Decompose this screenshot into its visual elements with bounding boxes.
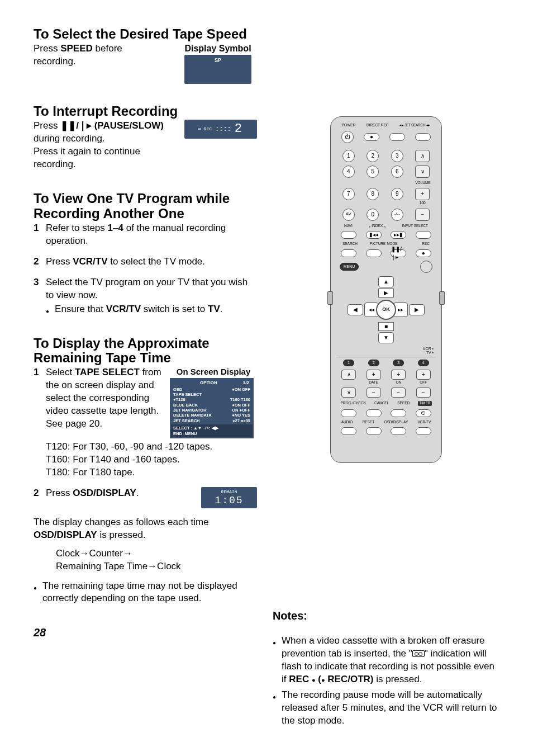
step-body: Select the TV program on your TV that yo… <box>46 276 257 316</box>
pause-slow-button[interactable]: ❚❚/❘▸ <box>391 249 406 257</box>
t: Refer to steps <box>46 223 108 233</box>
t: OSD/DISPLAY <box>34 530 97 540</box>
rec-dot-icon <box>312 674 316 684</box>
num-5[interactable]: 5 <box>367 166 379 178</box>
index-rev-button[interactable]: ▮◂◂ <box>366 231 382 239</box>
index-fwd-button[interactable]: ▸▸▮ <box>391 231 406 239</box>
t: The remaining tape time may not be displ… <box>42 580 257 606</box>
remote-label: DATE <box>367 381 381 385</box>
up-button[interactable]: ▲ <box>378 276 394 287</box>
remote-label: INPUT SELECT <box>402 224 428 228</box>
t: TV <box>208 304 220 314</box>
t: DELETE NAVIDATA <box>173 413 212 418</box>
t: . <box>136 488 139 498</box>
cancel-button[interactable] <box>366 409 382 417</box>
t: x27 ●x35 <box>232 418 250 423</box>
navi-button[interactable] <box>341 231 356 239</box>
t: Remaining Tape Time→Clock <box>56 560 257 573</box>
small-4[interactable]: 4 <box>418 360 429 366</box>
vcr-tv-button[interactable] <box>416 427 431 435</box>
heading-view: To View One TV Program while Recording A… <box>34 191 257 221</box>
bullet-icon <box>273 689 278 727</box>
t: Ensure that <box>55 304 106 314</box>
jet-search-rev-button[interactable] <box>389 133 405 141</box>
reset-button[interactable] <box>366 427 382 435</box>
prog-check-button[interactable] <box>341 409 356 417</box>
power-button[interactable]: ⏻ <box>341 131 354 143</box>
t: 1 <box>108 223 113 233</box>
num-9[interactable]: 9 <box>391 188 403 200</box>
date-minus[interactable]: − <box>367 388 381 398</box>
remote-illustration: POWER DIRECT REC ◂▸ JET SEARCH ◂▸ ⏻ ● 1 … <box>330 116 442 463</box>
t: Press <box>46 488 73 498</box>
step-body: Refer to steps 1–4 of the manual recordi… <box>46 222 257 248</box>
cycle-text: The display changes as follows each time… <box>34 516 257 542</box>
osd-label: On Screen Display <box>170 366 257 377</box>
t: Press <box>46 256 73 267</box>
small-2[interactable]: 2 <box>368 360 379 366</box>
av-button[interactable]: AV <box>342 209 355 221</box>
speed-button[interactable] <box>391 409 406 417</box>
t: Press it again to continue recording. <box>34 145 173 171</box>
ok-button[interactable]: OK <box>376 300 396 320</box>
off-plus[interactable]: + <box>416 370 431 380</box>
search-button[interactable] <box>341 249 356 257</box>
right-button[interactable]: ▶ <box>409 304 425 315</box>
step-body: Press VCR/TV to select the TV mode. <box>46 256 257 268</box>
remote-label: OSD/DISPLAY <box>384 420 408 424</box>
t: TAPE SELECT <box>75 367 140 377</box>
t: ●ON OFF <box>232 387 250 392</box>
rec-dot-icon <box>321 674 325 684</box>
num-6[interactable]: 6 <box>391 166 403 178</box>
off-minus[interactable]: − <box>416 388 431 398</box>
ch-up[interactable]: ∧ <box>341 370 356 380</box>
ch-dn[interactable]: ∨ <box>341 388 356 398</box>
num-0[interactable]: 0 <box>367 209 379 221</box>
remote-label: CANCEL <box>374 401 389 405</box>
aux-button[interactable] <box>420 261 432 273</box>
hundred-plus[interactable]: + <box>415 188 430 200</box>
osd-display-button[interactable] <box>391 427 406 435</box>
vcr-tv-label: VCR ▪TV ▪ <box>336 347 436 355</box>
picture-mode-button[interactable] <box>366 249 382 257</box>
interrupt-body: Press ❚❚/❘▸ (PAUSE/SLOW) during recordin… <box>34 120 173 171</box>
menu-button[interactable]: MENU <box>340 263 359 271</box>
num-2[interactable]: 2 <box>367 150 379 162</box>
cycle-diagram: Clock→Counter→ Remaining Tape Time→Clock <box>34 542 257 579</box>
remote-label: SPEED <box>397 401 410 405</box>
audio-button[interactable] <box>341 427 356 435</box>
t: ●T120 <box>173 397 185 402</box>
play-button[interactable]: ▶ <box>378 289 394 297</box>
jet-search-fwd-button[interactable] <box>415 133 431 141</box>
dash-button[interactable]: -/-- <box>391 209 403 221</box>
down-button[interactable]: ▼ <box>378 332 394 343</box>
num-1[interactable]: 1 <box>342 150 355 162</box>
remote-label: AUDIO <box>341 420 353 424</box>
num-4[interactable]: 4 <box>342 166 355 178</box>
display-remain: REMAIN 1:05 <box>201 487 257 508</box>
date-plus[interactable]: + <box>367 370 381 380</box>
vol-up[interactable]: ∧ <box>415 150 430 162</box>
num-8[interactable]: 8 <box>367 188 379 200</box>
remote-dpad: ▲ ▼ ◀ ▶ ◂◂ ▸▸ ▶ ■ OK <box>344 276 428 343</box>
display-rec: ▭ REC :::: 2 <box>184 120 257 139</box>
left-button[interactable]: ◀ <box>348 304 363 315</box>
on-minus[interactable]: − <box>391 388 406 398</box>
notes: Notes: When a video cassette with a brok… <box>273 608 499 727</box>
num-7[interactable]: 7 <box>342 188 355 200</box>
input-select-button[interactable] <box>416 231 431 239</box>
direct-rec-button[interactable]: ● <box>364 133 379 141</box>
hundred-minus[interactable]: − <box>415 209 430 221</box>
small-1[interactable]: 1 <box>343 360 354 366</box>
vol-down[interactable]: ∨ <box>415 166 430 178</box>
timer-button[interactable]: ⏲ <box>416 409 431 417</box>
notes-heading: Notes: <box>273 608 499 623</box>
rec-button[interactable]: ● <box>416 249 431 257</box>
small-3[interactable]: 3 <box>393 360 404 366</box>
on-plus[interactable]: + <box>391 370 406 380</box>
remote-label: SEARCH <box>342 242 358 246</box>
num-3[interactable]: 3 <box>391 150 403 162</box>
bullet-icon <box>34 580 39 606</box>
display-symbol-label: Display Symbol <box>179 42 257 55</box>
stop-button[interactable]: ■ <box>378 322 394 331</box>
